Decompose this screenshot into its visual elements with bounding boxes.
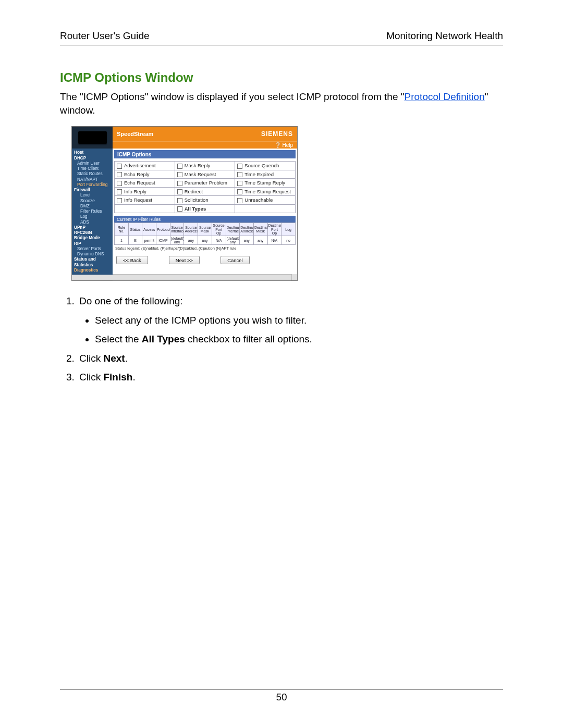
- vendor-name: SIEMENS: [261, 130, 293, 138]
- list-item: Click Next.: [77, 351, 503, 366]
- checkbox-icon: [177, 206, 182, 212]
- nav-item[interactable]: Static Routes: [72, 171, 113, 177]
- list-item: Select any of the ICMP options you wish …: [95, 313, 503, 328]
- checkbox-icon: [177, 198, 182, 203]
- next-button[interactable]: Next >>: [169, 256, 200, 264]
- sidebar-nav: Host DHCP Admin User Time Client Static …: [72, 149, 113, 275]
- checkbox-cell[interactable]: Time Stamp Reply: [235, 179, 296, 187]
- checkbox-cell[interactable]: All Types: [175, 204, 235, 213]
- nav-item[interactable]: RIP: [72, 241, 113, 246]
- checkbox-cell[interactable]: Info Reply: [115, 187, 175, 195]
- col-header: Status: [128, 223, 142, 236]
- checkbox-cell[interactable]: Advertisement: [115, 162, 175, 170]
- help-icon[interactable]: ❔: [275, 142, 283, 148]
- empty-cell: [235, 204, 296, 213]
- checkbox-cell[interactable]: Mask Reply: [175, 162, 235, 170]
- cell: (default) any: [170, 236, 184, 245]
- table-row: Advertisement Mask Reply Source Quench: [115, 162, 296, 170]
- checkbox-cell[interactable]: Info Request: [115, 196, 175, 204]
- cancel-button[interactable]: Cancel: [221, 256, 250, 264]
- document-page: Router User's Guide Monitoring Network H…: [0, 0, 563, 728]
- checkbox-icon: [237, 181, 242, 186]
- checkbox-cell[interactable]: Mask Request: [175, 170, 235, 178]
- screenshot: SpeedStream SIEMENS ❔ Help Host DHCP Adm…: [71, 126, 298, 281]
- checkbox-cell[interactable]: Time Expired: [235, 170, 296, 178]
- cell: 1: [115, 236, 129, 245]
- checkbox-cell[interactable]: Solicitation: [175, 196, 235, 204]
- cell: permit: [142, 236, 156, 245]
- nav-item[interactable]: Filter Rules: [72, 209, 113, 214]
- intro-text-a: The "ICMP Options" window is displayed i…: [60, 91, 405, 102]
- nav-item[interactable]: Statistics: [72, 263, 113, 268]
- checkbox-cell[interactable]: Parameter Problem: [175, 179, 235, 187]
- nav-item[interactable]: ADS: [72, 220, 113, 225]
- checkbox-cell[interactable]: Echo Reply: [115, 170, 175, 178]
- col-header: Destination Port Op: [267, 223, 282, 236]
- nav-scrollbar[interactable]: [72, 275, 113, 280]
- router-image-area: [72, 127, 113, 149]
- nav-item[interactable]: Time Client: [72, 166, 113, 171]
- list-item: Do one of the following: Select any of t…: [77, 293, 503, 347]
- checkbox-icon: [177, 164, 182, 169]
- col-header: Destination Address: [240, 223, 254, 236]
- checkbox-cell[interactable]: Redirect: [175, 187, 235, 195]
- cell: any: [198, 236, 212, 245]
- sub-list: Select any of the ICMP options you wish …: [79, 313, 503, 347]
- checkbox-cell[interactable]: Unreachable: [235, 196, 296, 204]
- rules-table: Rule No. Status Access Protocol Source I…: [114, 223, 296, 245]
- col-header: Source Mask: [198, 223, 212, 236]
- cell: ICMP: [156, 236, 170, 245]
- nav-item[interactable]: Level: [72, 193, 113, 198]
- icmp-options-table: Advertisement Mask Reply Source Quench E…: [114, 161, 296, 213]
- nav-item[interactable]: Admin User: [72, 161, 113, 166]
- checkbox-icon: [177, 189, 182, 194]
- table-row: Info Request Solicitation Unreachable: [115, 196, 296, 204]
- back-button[interactable]: << Back: [116, 256, 148, 264]
- nav-item[interactable]: UPnP: [72, 225, 113, 230]
- nav-item[interactable]: Firewall: [72, 188, 113, 193]
- help-bar: ❔ Help: [113, 141, 297, 149]
- rules-legend: Status legend: (E)nabled, (P)erhaps/(D)i…: [114, 245, 296, 251]
- table-header-row: Rule No. Status Access Protocol Source I…: [115, 223, 296, 236]
- screenshot-header: SpeedStream SIEMENS ❔ Help: [72, 127, 297, 149]
- nav-item[interactable]: Diagnostics: [72, 268, 113, 273]
- nav-item[interactable]: Log: [72, 214, 113, 219]
- col-header: Log: [282, 223, 296, 236]
- cell: any: [184, 236, 198, 245]
- main-scrollbar-h[interactable]: [113, 274, 291, 280]
- nav-item[interactable]: Host: [72, 150, 113, 155]
- section-title: ICMP Options Window: [60, 70, 503, 85]
- col-header: Source Port Op: [212, 223, 226, 236]
- scroll-corner: [291, 274, 297, 280]
- list-item: Click Finish.: [77, 369, 503, 385]
- checkbox-cell[interactable]: Source Quench: [235, 162, 296, 170]
- nav-item[interactable]: Dynamic DNS: [72, 252, 113, 257]
- page-header: Router User's Guide Monitoring Network H…: [60, 30, 503, 42]
- checkbox-icon: [117, 198, 122, 203]
- col-header: Rule No.: [115, 223, 129, 236]
- table-row: 1 E permit ICMP (default) any any any N/…: [115, 236, 296, 245]
- empty-cell: [115, 204, 175, 213]
- nav-item[interactable]: Status and: [72, 257, 113, 262]
- nav-item[interactable]: Bridge Mode: [72, 236, 113, 241]
- cell: no: [282, 236, 296, 245]
- cell: any: [253, 236, 267, 245]
- checkbox-cell[interactable]: Echo Request: [115, 179, 175, 187]
- nav-item[interactable]: RFC2684: [72, 230, 113, 236]
- nav-item[interactable]: Server Ports: [72, 246, 113, 252]
- nav-item[interactable]: Port Forwarding: [72, 182, 113, 188]
- nav-item[interactable]: DHCP: [72, 156, 113, 161]
- cell: N/A: [212, 236, 226, 245]
- protocol-definition-link[interactable]: Protocol Definition: [405, 91, 485, 102]
- nav-item[interactable]: Snooze: [72, 199, 113, 204]
- checkbox-icon: [237, 189, 242, 194]
- pane-title: ICMP Options: [114, 150, 296, 158]
- checkbox-icon: [177, 181, 182, 186]
- nav-item[interactable]: NAT/NAPT: [72, 177, 113, 182]
- nav-item[interactable]: DMZ: [72, 204, 113, 209]
- footer-rule: [60, 689, 503, 689]
- checkbox-cell[interactable]: Time Stamp Request: [235, 187, 296, 195]
- table-row: All Types: [115, 204, 296, 213]
- help-link[interactable]: Help: [282, 142, 293, 148]
- header-right: Monitoring Network Health: [386, 30, 503, 42]
